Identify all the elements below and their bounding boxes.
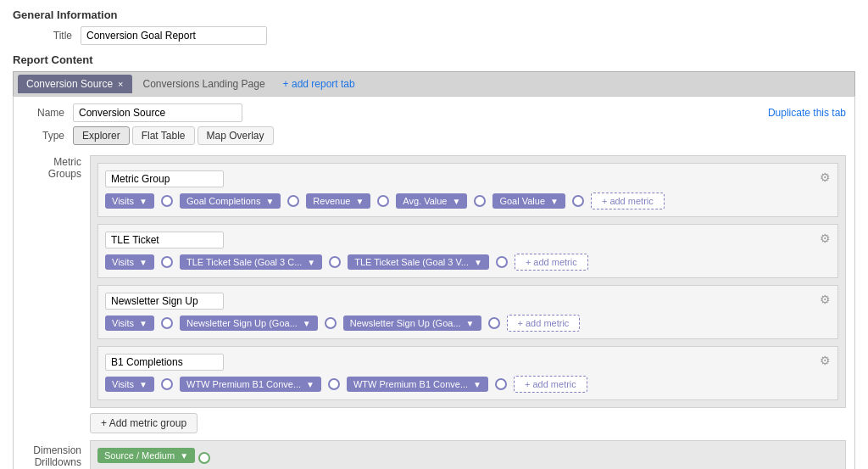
metric-group-name-1[interactable] bbox=[105, 170, 224, 187]
metric-visits-2[interactable]: Visits ▼ bbox=[105, 254, 154, 270]
caret-icon: ▼ bbox=[303, 319, 311, 328]
metric-group-3: ⚙ Visits ▼ Newsletter Sign Up (Goa... bbox=[97, 285, 838, 339]
metric-revenue[interactable]: Revenue ▼ bbox=[306, 193, 370, 209]
metric-group-1: ⚙ Visits ▼ Goal Completions ▼ bbox=[97, 163, 838, 217]
type-map-overlay-button[interactable]: Map Overlay bbox=[198, 126, 274, 145]
add-metric-button-2[interactable]: + add metric bbox=[515, 254, 588, 271]
metric-circle-10[interactable] bbox=[325, 317, 337, 329]
metric-circle-2[interactable] bbox=[287, 195, 299, 207]
metric-group-name-4[interactable] bbox=[105, 354, 224, 371]
metric-tle-value[interactable]: TLE Ticket Sale (Goal 3 V... ▼ bbox=[348, 254, 489, 270]
metric-circle-8[interactable] bbox=[496, 256, 508, 268]
type-label: Type bbox=[22, 130, 73, 142]
caret-icon: ▼ bbox=[139, 258, 147, 267]
caret-icon: ▼ bbox=[139, 380, 147, 389]
metric-group-name-3[interactable] bbox=[105, 293, 224, 310]
type-flat-table-button[interactable]: Flat Table bbox=[132, 126, 195, 145]
metric-groups-label: Metric Groups bbox=[22, 152, 90, 180]
metric-tle-completions[interactable]: TLE Ticket Sale (Goal 3 C... ▼ bbox=[180, 254, 322, 270]
gear-icon-1[interactable]: ⚙ bbox=[820, 170, 831, 184]
caret-icon: ▼ bbox=[550, 197, 559, 206]
caret-icon: ▼ bbox=[265, 197, 274, 206]
tab-close-icon[interactable]: × bbox=[118, 79, 123, 89]
metric-group-4: ⚙ Visits ▼ WTW Premium B1 Conve... bbox=[97, 346, 838, 400]
metric-visits-3[interactable]: Visits ▼ bbox=[105, 315, 154, 331]
caret-icon: ▼ bbox=[139, 319, 147, 328]
metric-circle-9[interactable] bbox=[161, 317, 173, 329]
tab-conversion-source[interactable]: Conversion Source × bbox=[18, 75, 132, 93]
report-content-title: Report Content bbox=[13, 53, 855, 66]
add-report-tab-button[interactable]: + add report tab bbox=[283, 78, 355, 90]
metric-visits-1[interactable]: Visits ▼ bbox=[105, 193, 154, 209]
metric-avg-value[interactable]: Avg. Value ▼ bbox=[396, 193, 467, 209]
dimension-source-medium[interactable]: Source / Medium ▼ bbox=[97, 448, 195, 463]
caret-icon: ▼ bbox=[452, 197, 460, 206]
tab-conversions-landing-page[interactable]: Conversions Landing Page bbox=[135, 75, 274, 93]
metric-goal-completions[interactable]: Goal Completions ▼ bbox=[180, 193, 281, 209]
metric-wtw-completions[interactable]: WTW Premium B1 Conve... ▼ bbox=[180, 377, 321, 392]
metric-circle-4[interactable] bbox=[474, 195, 486, 207]
caret-icon: ▼ bbox=[306, 380, 314, 389]
gear-icon-3[interactable]: ⚙ bbox=[820, 293, 831, 306]
type-explorer-button[interactable]: Explorer bbox=[73, 126, 130, 145]
metric-circle-7[interactable] bbox=[329, 256, 341, 268]
metric-circle-1[interactable] bbox=[161, 195, 173, 207]
add-metric-button-4[interactable]: + add metric bbox=[514, 376, 587, 393]
add-metric-button-3[interactable]: + add metric bbox=[507, 315, 581, 332]
metric-group-2: ⚙ Visits ▼ TLE Ticket Sale (Goal 3 C... bbox=[97, 224, 838, 278]
metric-goal-value[interactable]: Goal Value ▼ bbox=[492, 193, 565, 209]
caret-icon: ▼ bbox=[473, 380, 481, 389]
caret-icon: ▼ bbox=[474, 258, 482, 267]
caret-icon: ▼ bbox=[466, 319, 475, 328]
metric-circle-14[interactable] bbox=[495, 378, 507, 390]
metric-circle-11[interactable] bbox=[488, 317, 500, 329]
metric-circle-12[interactable] bbox=[161, 378, 173, 390]
gear-icon-2[interactable]: ⚙ bbox=[820, 232, 831, 245]
caret-icon: ▼ bbox=[139, 197, 147, 206]
title-label: Title bbox=[13, 30, 81, 42]
gear-icon-4[interactable]: ⚙ bbox=[820, 354, 831, 367]
metric-circle-13[interactable] bbox=[328, 378, 340, 390]
name-label: Name bbox=[22, 107, 73, 119]
dim-circle-1[interactable] bbox=[198, 452, 210, 464]
title-input[interactable] bbox=[81, 26, 267, 45]
metric-group-name-2[interactable] bbox=[105, 232, 224, 248]
metric-circle-5[interactable] bbox=[572, 195, 584, 207]
add-metric-group-button[interactable]: + Add metric group bbox=[90, 413, 198, 433]
metric-circle-6[interactable] bbox=[161, 256, 173, 268]
caret-icon: ▼ bbox=[355, 197, 364, 206]
metric-wtw-value[interactable]: WTW Premium B1 Conve... ▼ bbox=[347, 377, 488, 392]
metric-newsletter-completions[interactable]: Newsletter Sign Up (Goa... ▼ bbox=[180, 315, 318, 331]
dimension-drilldowns-label: Dimension Drilldowns bbox=[22, 440, 90, 468]
general-information-title: General Information bbox=[13, 8, 855, 21]
caret-icon: ▼ bbox=[180, 451, 188, 461]
caret-icon: ▼ bbox=[307, 258, 315, 267]
duplicate-tab-link[interactable]: Duplicate this tab bbox=[768, 107, 846, 119]
metric-visits-4[interactable]: Visits ▼ bbox=[105, 377, 154, 392]
add-metric-button-1[interactable]: + add metric bbox=[591, 193, 665, 209]
name-input[interactable] bbox=[73, 103, 242, 122]
metric-newsletter-value[interactable]: Newsletter Sign Up (Goa... ▼ bbox=[343, 315, 481, 331]
metric-circle-3[interactable] bbox=[377, 195, 389, 207]
